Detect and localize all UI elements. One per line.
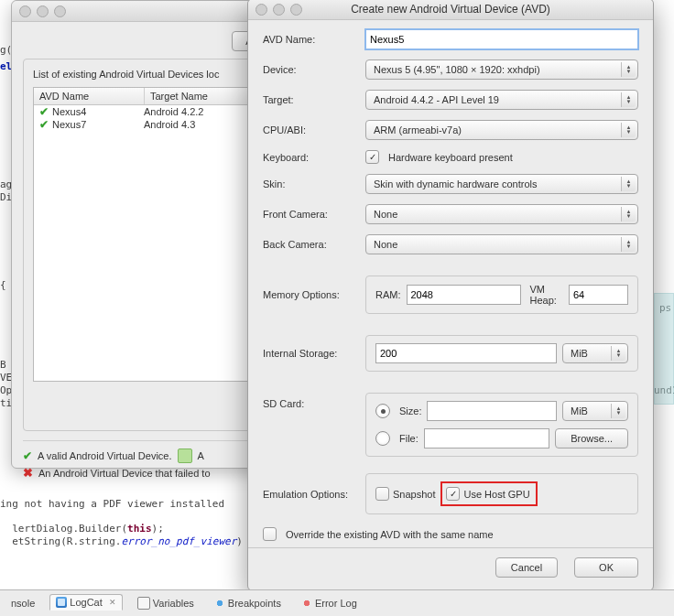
error-icon: ✖ — [23, 467, 33, 479]
dialog-footer: Cancel OK — [248, 547, 653, 590]
legend-failed-text: An Android Virtual Device that failed to — [38, 468, 211, 479]
tab-variables[interactable]: Variables — [132, 595, 200, 611]
highlight-use-host-gpu: ✓ Use Host GPU — [440, 481, 537, 506]
use-host-gpu-checkbox[interactable]: ✓ — [446, 487, 460, 501]
chevron-updown-icon: ▲▼ — [611, 346, 625, 361]
cancel-button[interactable]: Cancel — [495, 557, 558, 578]
bg-text: { — [0, 279, 6, 291]
legend-valid-text: A valid Android Virtual Device. — [38, 450, 172, 461]
vm-heap-input[interactable] — [569, 285, 628, 305]
titlebar: Create new Android Virtual Device (AVD) — [248, 0, 653, 20]
editor-line: etString(R.string.error_no_pdf_viewer) — [0, 524, 243, 547]
sd-size-radio[interactable] — [375, 404, 390, 418]
sd-file-label: File: — [399, 433, 419, 444]
label-memory-options: Memory Options: — [263, 289, 365, 300]
device-select[interactable]: Nexus 5 (4.95", 1080 × 1920: xxhdpi)▲▼ — [365, 59, 638, 80]
snapshot-label: Snapshot — [393, 489, 435, 500]
check-icon: ✔ — [23, 450, 32, 461]
chevron-updown-icon: ▲▼ — [621, 177, 636, 191]
ok-button[interactable]: OK — [574, 557, 638, 578]
chevron-updown-icon: ▲▼ — [621, 123, 636, 137]
tab-error-log[interactable]: Error Log — [296, 596, 363, 611]
legend-repair-text: A — [198, 450, 204, 461]
skin-select[interactable]: Skin with dynamic hardware controls▲▼ — [365, 174, 638, 194]
internal-storage-group: MiB▲▼ — [365, 335, 638, 372]
sd-file-input[interactable] — [424, 428, 549, 448]
sd-size-unit-select[interactable]: MiB▲▼ — [562, 401, 628, 421]
sd-size-input[interactable] — [427, 401, 557, 421]
repair-icon — [178, 448, 192, 463]
vm-heap-label: VM Heap: — [530, 284, 564, 306]
emulation-options-group: Snapshot ✓ Use Host GPU — [365, 473, 638, 514]
front-camera-select[interactable]: None▲▼ — [365, 204, 638, 224]
zoom-window-icon[interactable] — [54, 5, 66, 17]
bg-text: B — [0, 359, 6, 371]
label-emulation-options: Emulation Options: — [263, 489, 365, 500]
sd-file-radio[interactable] — [375, 431, 390, 446]
logcat-icon — [56, 597, 67, 608]
avd-name-input[interactable] — [365, 29, 638, 49]
internal-storage-input[interactable] — [375, 343, 557, 363]
back-camera-select[interactable]: None▲▼ — [365, 234, 638, 254]
editor-line: ing not having a PDF viewer installed — [0, 498, 224, 510]
label-keyboard: Keyboard: — [263, 152, 365, 163]
check-icon: ✔ — [39, 119, 49, 130]
error-log-icon — [301, 598, 312, 609]
close-icon[interactable]: ✕ — [109, 598, 116, 607]
label-device: Device: — [263, 64, 365, 75]
tab-breakpoints[interactable]: Breakpoints — [209, 596, 287, 611]
snapshot-checkbox[interactable] — [375, 487, 389, 501]
label-sd-card: SD Card: — [263, 393, 365, 409]
memory-options-group: RAM: VM Heap: — [365, 276, 638, 314]
hw-keyboard-checkbox[interactable]: ✓ — [365, 150, 379, 164]
label-back-camera: Back Camera: — [263, 239, 365, 250]
label-internal-storage: Internal Storage: — [263, 348, 365, 359]
override-label: Override the existing AVD with the same … — [286, 529, 494, 540]
chevron-updown-icon: ▲▼ — [611, 404, 625, 418]
variables-icon — [137, 597, 150, 610]
scroll-strip — [654, 293, 674, 405]
label-target: Target: — [263, 94, 365, 105]
label-skin: Skin: — [263, 178, 365, 189]
chevron-updown-icon: ▲▼ — [621, 62, 636, 77]
chevron-updown-icon: ▲▼ — [621, 92, 636, 107]
chevron-updown-icon: ▲▼ — [621, 207, 636, 222]
hw-keyboard-label: Hardware keyboard present — [388, 152, 513, 163]
use-host-gpu-label: Use Host GPU — [463, 489, 529, 500]
label-front-camera: Front Camera: — [263, 209, 365, 220]
sd-size-label: Size: — [399, 405, 421, 416]
create-avd-dialog: Create new Android Virtual Device (AVD) … — [247, 0, 654, 591]
sd-card-group: Size: MiB▲▼ File: Browse... — [365, 393, 638, 457]
check-icon: ✔ — [39, 106, 49, 117]
label-avd-name: AVD Name: — [263, 34, 365, 45]
chevron-updown-icon: ▲▼ — [621, 237, 636, 252]
override-checkbox[interactable] — [263, 527, 277, 541]
browse-button[interactable]: Browse... — [555, 428, 628, 448]
cpu-abi-select[interactable]: ARM (armeabi-v7a)▲▼ — [365, 120, 638, 140]
breakpoints-icon — [214, 598, 225, 609]
tab-logcat[interactable]: LogCat ✕ — [49, 594, 122, 611]
avd-col-name[interactable]: AVD Name — [34, 88, 145, 104]
ram-input[interactable] — [407, 285, 521, 305]
internal-storage-unit-select[interactable]: MiB▲▼ — [562, 343, 628, 363]
target-select[interactable]: Android 4.4.2 - API Level 19▲▼ — [365, 90, 638, 110]
label-cpu-abi: CPU/ABI: — [263, 124, 365, 135]
minimize-window-icon[interactable] — [37, 5, 49, 17]
bottom-view-tabs: nsole LogCat ✕ Variables Breakpoints Err… — [0, 589, 674, 616]
close-window-icon[interactable] — [19, 5, 31, 17]
dialog-title: Create new Android Virtual Device (AVD) — [248, 3, 653, 16]
tab-console[interactable]: nsole — [5, 596, 40, 611]
ram-label: RAM: — [375, 289, 401, 300]
